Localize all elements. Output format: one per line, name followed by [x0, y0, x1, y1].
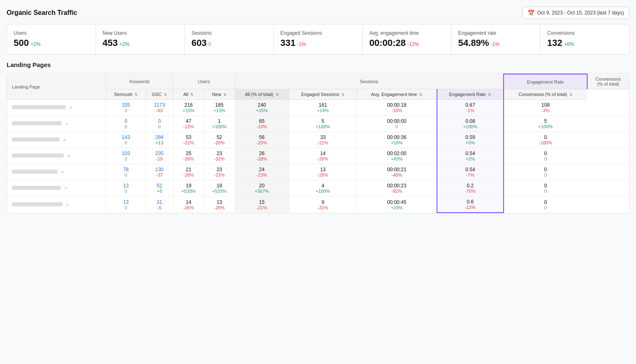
cell-avg-time: 00:00:36 +16%	[357, 132, 437, 148]
gsc-main: 0	[149, 118, 170, 124]
conv-sub: -100%	[507, 140, 583, 145]
cell-engagement-rate: 0.2 -70%	[437, 180, 504, 196]
col-engaged-sessions[interactable]: Engaged Sessions ⇅	[289, 89, 357, 100]
engaged-main: 5	[293, 118, 353, 124]
cell-semrush: 13 0	[106, 196, 146, 213]
col-group-users: Users	[173, 74, 235, 89]
users-new-main: 23	[207, 151, 231, 156]
semrush-main: 13	[110, 199, 142, 205]
col-users-all[interactable]: All ⇅	[173, 89, 204, 100]
stat-avg-engagement-value: 00:00:28	[369, 38, 406, 48]
cell-sessions-all: 65 -10%	[235, 116, 289, 132]
cell-engaged-sessions: 5 +100%	[289, 116, 357, 132]
semrush-sub: 0	[110, 205, 142, 210]
cell-avg-time: 00:00:00 0	[357, 116, 437, 132]
external-link-icon[interactable]: ↗	[62, 138, 66, 142]
cell-users-all: 25 -26%	[173, 148, 204, 164]
external-link-icon[interactable]: ↗	[67, 154, 70, 158]
cell-users-all: 21 -28%	[173, 164, 204, 180]
conv-sub: -3%	[507, 108, 583, 113]
eng-rate-sub: +100%	[441, 124, 500, 129]
cell-avg-time: 00:00:18 -10%	[357, 100, 437, 116]
col-engagement-rate[interactable]: Engagement Rate ⇅	[437, 89, 504, 100]
col-sessions-all[interactable]: All (% of total) ⇅	[235, 89, 289, 100]
calendar-icon: 📅	[528, 10, 535, 16]
cell-users-all: 19 +533%	[173, 180, 204, 196]
engaged-main: 14	[293, 151, 353, 156]
cell-conversions: 0 -100%	[504, 132, 587, 148]
cell-avg-time: 00:02:00 +43%	[357, 148, 437, 164]
gsc-sub: -63	[149, 108, 170, 113]
avg-time-main: 00:00:36	[360, 134, 433, 140]
engaged-sub: +100%	[293, 189, 353, 194]
conv-main: 0	[507, 183, 583, 189]
external-link-icon[interactable]: ↗	[69, 105, 72, 110]
col-conversions[interactable]: Conversions (% of total) ⇅	[504, 89, 587, 100]
cell-users-all: 53 -22%	[173, 132, 204, 148]
cell-sessions-all: 240 +15%	[235, 100, 289, 116]
cell-conversions: 5 +100%	[504, 116, 587, 132]
stat-sessions-label: Sessions	[192, 30, 267, 36]
stat-sessions: Sessions 603 0	[185, 24, 274, 54]
col-gsc[interactable]: GSC ⇅	[146, 89, 173, 100]
gsc-main: 1173	[149, 102, 170, 108]
sort-icon-engagement-rate: ⇅	[488, 93, 491, 97]
sessions-all-sub: -21%	[238, 205, 286, 210]
conv-main: 0	[507, 199, 583, 205]
sessions-all-main: 26	[238, 151, 286, 156]
external-link-icon[interactable]: ↗	[65, 122, 68, 126]
cell-conversions: 0 0	[504, 164, 587, 180]
sort-icon-users-new: ⇅	[223, 93, 227, 97]
semrush-main: 13	[110, 183, 142, 189]
col-users-new[interactable]: New ⇅	[204, 89, 235, 100]
cell-conversions: 0 0	[504, 180, 587, 196]
cell-semrush: 13 0	[106, 180, 146, 196]
eng-rate-sub: +2%	[441, 156, 500, 161]
sort-icon-sessions-all: ⇅	[276, 93, 279, 97]
sort-icon-engaged-sessions: ⇅	[341, 93, 345, 97]
gsc-main: 130	[149, 167, 170, 172]
col-group-keywords: Keywords	[106, 74, 173, 89]
cell-conversions: 108 -3%	[504, 100, 587, 116]
sort-icon-gsc: ⇅	[164, 93, 167, 97]
page-header: Organic Search Traffic 📅 Oct 9, 2023 - O…	[7, 7, 629, 19]
external-link-icon[interactable]: ↗	[64, 186, 67, 191]
table-row: ↗ 13 0 31 -5 14 -26% 13 -28% 15 -21% 9 -…	[7, 196, 629, 213]
users-new-main: 23	[207, 167, 231, 172]
cell-sessions-all: 15 -21%	[235, 196, 289, 213]
col-semrush[interactable]: Semrush ⇅	[106, 89, 146, 100]
gsc-main: 52	[149, 183, 170, 189]
cell-users-all: 216 +15%	[173, 100, 204, 116]
external-link-icon[interactable]: ↗	[60, 170, 64, 175]
stat-new-users-delta: +2%	[120, 41, 130, 47]
cell-engaged-sessions: 161 +14%	[289, 100, 357, 116]
eng-rate-main: 0.6	[441, 199, 500, 205]
gsc-sub: 0	[149, 124, 170, 129]
stat-users-delta: +2%	[31, 41, 41, 47]
sort-icon-conversions: ⇅	[569, 93, 573, 97]
conv-sub: 0	[507, 156, 583, 161]
date-range-label: Oct 9, 2023 - Oct 15, 2023 (last 7 days)	[537, 10, 624, 16]
gsc-sub: +13	[149, 140, 170, 145]
cell-semrush: 78 0	[106, 164, 146, 180]
conv-main: 0	[507, 134, 583, 140]
engaged-sub: -28%	[293, 172, 353, 177]
stat-sessions-value: 603	[192, 38, 207, 48]
engaged-sub: -21%	[293, 140, 353, 145]
semrush-sub: 0	[110, 124, 142, 129]
stat-engaged-sessions-label: Engaged Sessions	[281, 30, 356, 36]
engaged-main: 13	[293, 167, 353, 172]
eng-rate-sub: -12%	[441, 205, 500, 210]
eng-rate-main: 0.67	[441, 102, 500, 108]
landing-pages-table: Landing Page Keywords Users Sessions Eng…	[7, 73, 629, 213]
table-row: ↗ 13 0 52 +5 19 +533% 19 +533% 20 +567% …	[7, 180, 629, 196]
avg-time-sub: -40%	[360, 172, 433, 177]
date-range-button[interactable]: 📅 Oct 9, 2023 - Oct 15, 2023 (last 7 day…	[522, 7, 629, 19]
col-avg-engagement-time[interactable]: Avg. Engagement time ⇅	[357, 89, 437, 100]
avg-time-sub: +43%	[360, 156, 433, 161]
external-link-icon[interactable]: ↗	[65, 203, 69, 207]
conv-main: 5	[507, 118, 583, 124]
eng-rate-main: 0.08	[441, 118, 500, 124]
gsc-sub: -37	[149, 172, 170, 177]
engaged-main: 161	[293, 102, 353, 108]
